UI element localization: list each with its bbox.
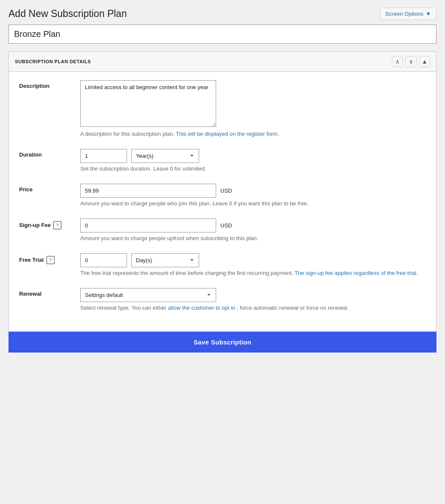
duration-inline: Duration Day(s) Week(s) Month(s) Year(s) [19,149,426,163]
save-bar: Save Subscription [8,332,437,353]
content-area: SUBSCRIPTION PLAN DETAILS ∧ ∨ ▲ [0,25,445,361]
screen-options-label: Screen Options [386,11,424,17]
metabox-controls: ∧ ∨ ▲ [392,56,430,67]
signup-fee-row: Sign-up Fee ? USD Amount you want to cha… [19,218,426,241]
price-hint-end: if you want this plan to be free. [234,200,308,207]
description-label: Description [19,80,70,89]
duration-controls: Day(s) Week(s) Month(s) Year(s) [80,149,426,163]
chevron-up-icon: ∧ [395,58,400,65]
price-row: Price USD Amount you want to charge peop… [19,184,426,207]
renewal-inline: Renewal Settings default Customer opt-in… [19,288,426,302]
renewal-hint-link1[interactable]: allow the customer to opt in [168,305,235,311]
metabox-header: SUBSCRIPTION PLAN DETAILS ∧ ∨ ▲ [9,52,436,72]
screen-options-arrow-icon: ▼ [425,11,431,17]
free-trial-label: Free Trial [19,257,44,263]
renewal-hint-middle: , force automatic renewal or force no re… [237,305,349,311]
free-trial-inputs: Day(s) Week(s) Month(s) Year(s) [80,253,426,267]
signup-fee-help-icon[interactable]: ? [53,221,62,230]
duration-unit-select[interactable]: Day(s) Week(s) Month(s) Year(s) [131,149,199,163]
price-input[interactable] [80,184,216,198]
metabox-collapse-down-button[interactable]: ∨ [406,56,417,67]
page-wrapper: Add New Subscription Plan Screen Options… [0,0,445,504]
top-bar: Add New Subscription Plan Screen Options… [0,0,445,25]
description-row: Description Limited access to all beginn… [19,80,426,137]
price-inputs: USD [80,184,426,198]
free-trial-number-input[interactable] [80,253,127,267]
signup-fee-input[interactable] [80,218,216,232]
signup-fee-label-group: Sign-up Fee ? [19,218,70,230]
price-hint: Amount you want to charge people who joi… [19,200,426,207]
metabox-expand-button[interactable]: ▲ [419,56,430,67]
price-currency: USD [220,188,232,194]
subscription-plan-metabox: SUBSCRIPTION PLAN DETAILS ∧ ∨ ▲ [8,51,437,332]
duration-number-input[interactable] [80,149,127,163]
price-hint-static: Amount you want to charge people who joi… [80,200,228,207]
free-trial-help-icon[interactable]: ? [46,256,55,264]
free-trial-controls: Day(s) Week(s) Month(s) Year(s) [80,253,426,267]
free-trial-unit-select[interactable]: Day(s) Week(s) Month(s) Year(s) [131,253,199,267]
duration-inputs: Day(s) Week(s) Month(s) Year(s) [80,149,426,163]
free-trial-hint: The free trial represents the amount of … [19,270,426,276]
duration-hint: Set the subscription duration. Leave 0 f… [19,165,426,172]
free-trial-row: Free Trial ? Day(s) Week(s) Month(s) Ye [19,253,426,276]
description-textarea[interactable]: Limited access to all beginner content f… [80,80,216,127]
description-hint-static: A description for this subscription plan… [80,131,175,137]
chevron-down-icon: ∨ [409,58,413,65]
price-label: Price [19,184,70,193]
signup-fee-currency: USD [220,222,232,229]
signup-fee-inline: Sign-up Fee ? USD [19,218,426,232]
free-trial-label-group: Free Trial ? [19,253,70,264]
save-subscription-button[interactable]: Save Subscription [194,339,251,346]
duration-label: Duration [19,149,70,158]
signup-fee-controls: USD [80,218,426,232]
description-inline: Description Limited access to all beginn… [19,80,426,128]
price-hint-zero: 0 [229,200,232,207]
renewal-select[interactable]: Settings default Customer opt-in Force a… [80,288,216,302]
description-hint-link[interactable]: This will be displayed on the register f… [176,131,279,137]
signup-fee-label: Sign-up Fee [19,222,51,228]
expand-icon: ▲ [422,58,428,65]
renewal-hint-static: Select renewal type. You can either [80,305,166,311]
metabox-body: Description Limited access to all beginn… [9,72,436,331]
renewal-row: Renewal Settings default Customer opt-in… [19,288,426,311]
renewal-controls: Settings default Customer opt-in Force a… [80,288,426,302]
free-trial-hint-link: The sign-up fee applies regardless of th… [295,270,418,276]
signup-fee-hint: Amount you want to charge people upfront… [19,235,426,241]
free-trial-hint-static: The free trial represents the amount of … [80,270,293,276]
metabox-collapse-up-button[interactable]: ∧ [392,56,403,67]
price-controls: USD [80,184,426,198]
description-controls: Limited access to all beginner content f… [80,80,426,128]
duration-row: Duration Day(s) Week(s) Month(s) Year(s) [19,149,426,172]
metabox-title: SUBSCRIPTION PLAN DETAILS [15,59,91,64]
signup-fee-inputs: USD [80,218,426,232]
renewal-hint: Select renewal type. You can either allo… [19,305,426,311]
free-trial-inline: Free Trial ? Day(s) Week(s) Month(s) Ye [19,253,426,267]
price-inline: Price USD [19,184,426,198]
description-hint: A description for this subscription plan… [19,131,426,137]
screen-options-button[interactable]: Screen Options ▼ [380,8,437,20]
page-title: Add New Subscription Plan [8,8,127,20]
plan-name-input[interactable] [8,25,437,44]
renewal-label: Renewal [19,288,70,297]
